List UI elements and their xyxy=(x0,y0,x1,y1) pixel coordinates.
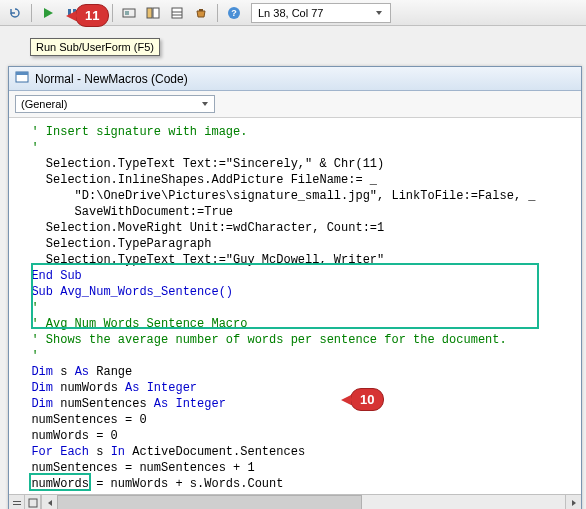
tooltip-text: Run Sub/UserForm (F5) xyxy=(36,41,154,53)
svg-rect-16 xyxy=(13,504,21,505)
scroll-track[interactable] xyxy=(57,495,565,509)
design-mode-button[interactable] xyxy=(118,2,140,24)
annotation-10: 10 xyxy=(350,388,384,411)
svg-rect-10 xyxy=(199,9,203,11)
highlight-box-end-sub xyxy=(29,473,91,491)
code-selectors: (General) xyxy=(9,91,581,118)
code-window: Normal - NewMacros (Code) (General) ' In… xyxy=(8,66,582,509)
annotation-11: 11 xyxy=(75,4,109,27)
scroll-thumb[interactable] xyxy=(57,495,362,509)
code-window-title: Normal - NewMacros (Code) xyxy=(35,72,188,86)
code-window-icon xyxy=(15,70,29,87)
help-button[interactable]: ? xyxy=(223,2,245,24)
svg-rect-7 xyxy=(172,8,182,18)
svg-rect-5 xyxy=(147,8,152,18)
svg-rect-17 xyxy=(29,499,37,507)
object-selector[interactable]: (General) xyxy=(15,95,215,113)
scroll-right-button[interactable] xyxy=(565,495,581,509)
code-window-titlebar[interactable]: Normal - NewMacros (Code) xyxy=(9,67,581,91)
project-explorer-button[interactable] xyxy=(142,2,164,24)
toolbox-button[interactable] xyxy=(190,2,212,24)
view-mode-proc-button[interactable] xyxy=(9,495,25,509)
horizontal-scrollbar xyxy=(9,494,581,509)
run-tooltip: Run Sub/UserForm (F5) xyxy=(30,38,160,56)
cursor-position-text: Ln 38, Col 77 xyxy=(258,7,323,19)
toolbar-divider xyxy=(217,4,218,22)
properties-button[interactable] xyxy=(166,2,188,24)
svg-rect-6 xyxy=(153,8,159,18)
view-mode-full-button[interactable] xyxy=(25,495,41,509)
run-button[interactable] xyxy=(37,2,59,24)
dropdown-arrow-icon[interactable] xyxy=(374,9,384,17)
code-editor[interactable]: ' Insert signature with image. ' Selecti… xyxy=(9,118,581,494)
object-selector-text: (General) xyxy=(21,98,67,110)
svg-rect-4 xyxy=(125,11,129,15)
scroll-left-button[interactable] xyxy=(41,495,57,509)
svg-rect-14 xyxy=(16,72,28,75)
svg-text:?: ? xyxy=(231,8,237,18)
toolbar-divider xyxy=(112,4,113,22)
undo-button[interactable] xyxy=(4,2,26,24)
toolbar-divider xyxy=(31,4,32,22)
svg-rect-15 xyxy=(13,501,21,502)
cursor-position-box: Ln 38, Col 77 xyxy=(251,3,391,23)
